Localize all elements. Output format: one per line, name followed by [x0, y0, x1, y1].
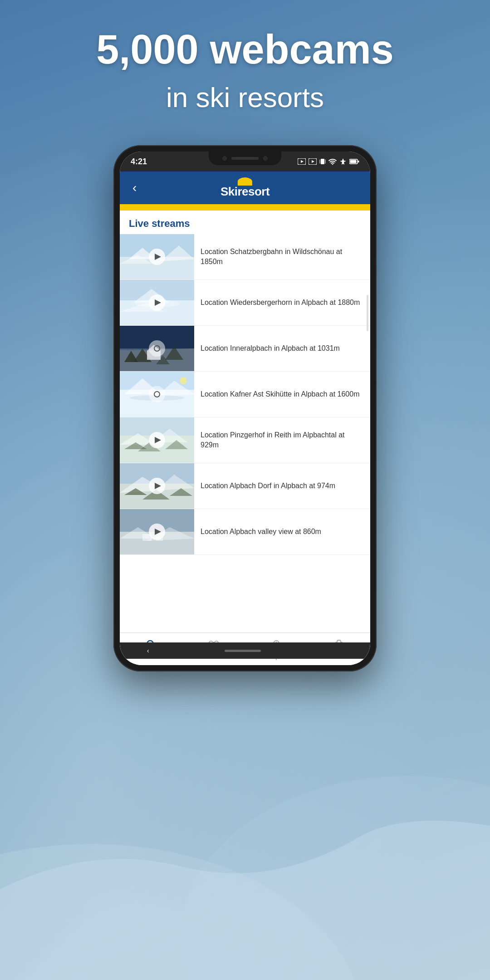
logo-text: Skiresort [220, 185, 270, 199]
webcam-item-4[interactable]: Location Kafner Ast Skihütte in Alpbach … [120, 372, 370, 417]
play-triangle-6 [155, 483, 161, 489]
yellow-stripe [120, 204, 370, 211]
status-icons [298, 158, 359, 165]
phone-screen: 4:21 [120, 152, 370, 665]
status-time: 4:21 [131, 157, 147, 167]
play-btn-1[interactable] [149, 249, 165, 265]
webcam-info-5: Location Pinzgerhof in Reith im Alpbacht… [194, 426, 370, 455]
webcam-thumb-6 [120, 463, 194, 509]
webcam-thumb-3 [120, 326, 194, 371]
wifi-icon [328, 158, 337, 165]
speaker-bar [231, 157, 259, 160]
play-triangle-1 [155, 254, 161, 260]
circle-btn-3[interactable] [149, 340, 165, 357]
play-btn-6[interactable] [149, 478, 165, 494]
play-btn-2[interactable] [149, 294, 165, 311]
webcam-thumb-4 [120, 372, 194, 417]
home-bar-pill [225, 650, 261, 652]
svg-point-40 [180, 377, 187, 384]
home-chevron: ‹ [147, 647, 149, 654]
webcam-info-6: Location Alpbach Dorf in Alpbach at 974m [194, 476, 370, 495]
webcam-item-3[interactable]: Location Inneralpbach in Alpbach at 1031… [120, 326, 370, 372]
webcam-scene-3 [120, 326, 194, 371]
webcam-info-4: Location Kafner Ast Skihütte in Alpbach … [194, 385, 370, 404]
webcam-scene-7 [120, 509, 194, 554]
webcam-list: Location Schatzbergbahn in Wildschönau a… [120, 234, 370, 555]
svg-rect-16 [350, 160, 357, 163]
svg-marker-3 [301, 160, 304, 163]
circle-icon-4 [154, 391, 160, 397]
webcam-thumb-1 [120, 234, 194, 279]
home-bar-area: ‹ [120, 642, 370, 659]
webcam-item-2[interactable]: Location Wiedersbergerhorn in Alpbach at… [120, 280, 370, 326]
circle-btn-4[interactable] [149, 386, 165, 402]
section-title: Live streams [120, 211, 370, 234]
page-headline: 5,000 webcams in ski resorts [0, 0, 490, 113]
camera-dot-right [263, 156, 268, 161]
play-triangle-7 [155, 529, 161, 535]
app-logo: Skiresort [220, 177, 270, 199]
webcam-info-1: Location Schatzbergbahn in Wildschönau a… [194, 242, 370, 272]
battery-icon [349, 159, 359, 164]
webcam-item-1[interactable]: Location Schatzbergbahn in Wildschönau a… [120, 234, 370, 280]
headline-sub: in ski resorts [0, 81, 490, 113]
webcam-item-6[interactable]: Location Alpbach Dorf in Alpbach at 974m [120, 463, 370, 509]
webcam-scene-2 [120, 280, 194, 325]
content-area: Live streams Location Schatzbergbahn in … [120, 211, 370, 632]
webcam-thumb-7 [120, 509, 194, 554]
play-triangle-5 [155, 437, 161, 443]
webcam-scene-1 [120, 234, 194, 279]
webcam-scene-5 [120, 417, 194, 463]
svg-point-13 [332, 164, 333, 165]
phone-notch [209, 152, 281, 165]
youtube-icon-1 [298, 158, 306, 165]
svg-marker-5 [312, 160, 314, 163]
youtube-icon-2 [309, 158, 317, 165]
webcam-info-3: Location Inneralpbach in Alpbach at 1031… [194, 339, 370, 358]
camera-dot-left [222, 156, 227, 161]
play-btn-5[interactable] [149, 432, 165, 448]
webcam-scene-6 [120, 463, 194, 509]
phone-frame: 4:21 [113, 145, 377, 671]
svg-rect-6 [321, 159, 324, 164]
scroll-indicator [367, 295, 368, 331]
app-header: ‹ Skiresort [120, 172, 370, 204]
svg-rect-15 [358, 161, 359, 162]
webcam-scene-4 [120, 372, 194, 417]
webcam-item-5[interactable]: Location Pinzgerhof in Reith im Alpbacht… [120, 417, 370, 463]
vibrate-icon [319, 158, 326, 165]
back-button[interactable]: ‹ [129, 177, 140, 199]
airplane-icon [339, 158, 347, 165]
webcam-info-2: Location Wiedersbergerhorn in Alpbach at… [194, 293, 370, 312]
webcam-thumb-5 [120, 417, 194, 463]
play-btn-7[interactable] [149, 524, 165, 540]
play-triangle-2 [155, 299, 161, 306]
webcam-thumb-2 [120, 280, 194, 325]
webcam-item-7[interactable]: Location Alpbach valley view at 860m [120, 509, 370, 555]
webcam-info-7: Location Alpbach valley view at 860m [194, 522, 370, 541]
circle-icon-3 [154, 345, 160, 352]
headline-main: 5,000 webcams [0, 27, 490, 72]
